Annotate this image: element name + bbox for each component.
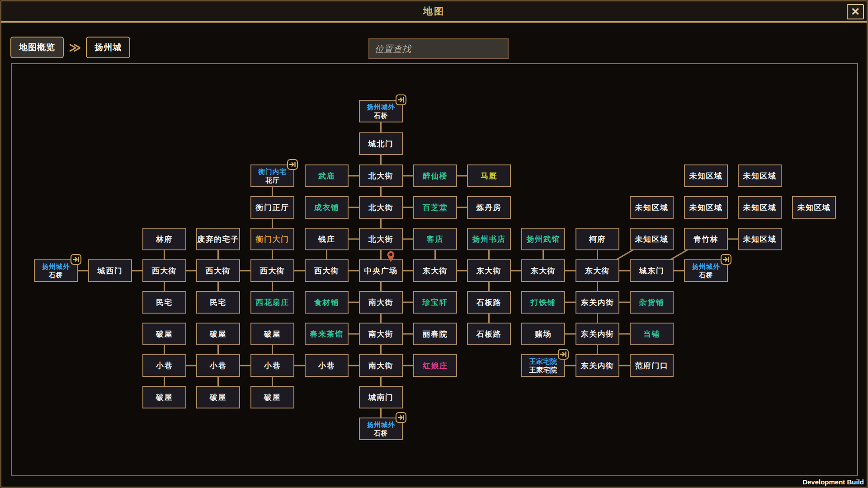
map-node-chengnanmen[interactable]: 城南门 <box>359 386 403 408</box>
map-node-nandajie1[interactable]: 南大街 <box>359 291 403 314</box>
map-node-beidajie1[interactable]: 北大街 <box>359 164 403 187</box>
map-node-bridge_e[interactable]: 扬州城外石桥 <box>684 259 728 282</box>
map-node-label: 破屋 <box>210 329 226 339</box>
map-node-chunlai[interactable]: 春来茶馆 <box>305 323 349 345</box>
map-node-shicaipu[interactable]: 食材铺 <box>305 291 349 314</box>
map-node-duchang[interactable]: 赌场 <box>521 323 565 345</box>
map-node-powu2[interactable]: 破屋 <box>196 323 240 345</box>
map-node-shibanlu1[interactable]: 石板路 <box>467 291 511 314</box>
map-node-chengyipu[interactable]: 成衣铺 <box>305 196 349 219</box>
map-node-baizhitang[interactable]: 百芝堂 <box>413 196 457 219</box>
map-node-label: 衡门正厅 <box>256 202 289 213</box>
map-node-label: 未知区域 <box>635 202 669 213</box>
map-node-unk_r4_c11[interactable]: 未知区域 <box>630 228 674 250</box>
map-node-dangpu[interactable]: 当铺 <box>630 323 674 345</box>
map-node-xidajie1[interactable]: 西大街 <box>142 259 186 282</box>
map-node-chengximen[interactable]: 城西门 <box>88 259 132 282</box>
map-node-kedian[interactable]: 客店 <box>413 228 457 250</box>
map-node-wangjia[interactable]: 王家宅院王家宅院 <box>521 354 565 377</box>
map-node-hengmen_zhengting[interactable]: 衡门正厅 <box>250 196 294 219</box>
map-node-xihuashanzhuang[interactable]: 西花扇庄 <box>250 291 294 314</box>
map-node-dongdajie1[interactable]: 东大街 <box>413 259 457 282</box>
map-node-linfu[interactable]: 林府 <box>142 228 186 250</box>
map-node-bridge_s[interactable]: 扬州城外石桥 <box>359 418 403 440</box>
map-node-majiu[interactable]: 马厩 <box>467 164 511 187</box>
map-node-chengbeimen[interactable]: 城北门 <box>359 132 403 155</box>
map-node-unk_r3_c11[interactable]: 未知区域 <box>630 196 674 219</box>
map-node-powu3[interactable]: 破屋 <box>250 323 294 345</box>
map-node-powu5[interactable]: 破屋 <box>196 386 240 408</box>
map-node-bridge_w[interactable]: 扬州城外石桥 <box>34 259 78 282</box>
map-node-label: 东大街 <box>585 266 610 276</box>
map-node-shibanlu2[interactable]: 石板路 <box>467 323 511 345</box>
map-node-label: 打铁铺 <box>531 297 556 308</box>
map-node-powu1[interactable]: 破屋 <box>142 323 186 345</box>
map-node-label: 东关内街 <box>581 329 614 339</box>
map-node-powu4[interactable]: 破屋 <box>142 386 186 408</box>
map-node-label: 石板路 <box>476 297 502 308</box>
map-node-beidajie3[interactable]: 北大街 <box>359 228 403 250</box>
map-node-unk_r3_c12[interactable]: 未知区域 <box>684 196 728 219</box>
map-node-unk_r2_c13[interactable]: 未知区域 <box>738 164 782 187</box>
map-node-label: 衡门大门 <box>256 234 289 244</box>
map-node-chengdongmen[interactable]: 城东门 <box>630 259 674 282</box>
map-node-unk_r2_c12[interactable]: 未知区域 <box>684 164 728 187</box>
map-node-minzhai1[interactable]: 民宅 <box>142 291 186 314</box>
map-node-feizhai[interactable]: 废弃的宅子 <box>196 228 240 250</box>
map-node-bridge_n[interactable]: 扬州城外石桥 <box>359 100 403 122</box>
map-node-unk_r4_c13[interactable]: 未知区域 <box>738 228 782 250</box>
map-node-label: 食材铺 <box>314 297 340 308</box>
map-node-hengmen_damen[interactable]: 衡门大门 <box>250 228 294 250</box>
map-node-minzhai2[interactable]: 民宅 <box>196 291 240 314</box>
map-node-fanfu[interactable]: 范府门口 <box>630 354 674 377</box>
map-node-datiepu[interactable]: 打铁铺 <box>521 291 565 314</box>
map-node-qingzhulin[interactable]: 青竹林 <box>684 228 728 250</box>
map-node-xiaoxiang3[interactable]: 小巷 <box>250 354 294 377</box>
map-node-label: 小巷 <box>156 361 173 371</box>
map-node-wuguan[interactable]: 扬州武馆 <box>521 228 565 250</box>
map-node-kefu[interactable]: 柯府 <box>576 228 619 250</box>
map-node-wumiao[interactable]: 武庙 <box>305 164 349 187</box>
map-node-powu6[interactable]: 破屋 <box>250 386 294 408</box>
map-node-dongdajie3[interactable]: 东大街 <box>521 259 565 282</box>
search-input[interactable] <box>368 38 509 59</box>
map-node-xidajie2[interactable]: 西大街 <box>196 259 240 282</box>
map-node-unk_r3_c14[interactable]: 未知区域 <box>792 196 836 219</box>
map-node-xiaoxiang4[interactable]: 小巷 <box>305 354 349 377</box>
exit-icon <box>395 94 407 106</box>
map-node-label: 北大街 <box>368 202 394 213</box>
close-button[interactable]: ✕ <box>847 4 864 19</box>
map-node-label: 西大街 <box>152 266 177 276</box>
map-node-xiaoxiang2[interactable]: 小巷 <box>196 354 240 377</box>
map-node-dongdajie2[interactable]: 东大街 <box>467 259 511 282</box>
map-node-label: 破屋 <box>156 329 173 339</box>
map-node-beidajie2[interactable]: 北大街 <box>359 196 403 219</box>
map-node-liandanfang[interactable]: 炼丹房 <box>467 196 511 219</box>
map-node-nandajie2[interactable]: 南大街 <box>359 323 403 345</box>
map-node-zhenbaoxuan[interactable]: 珍宝轩 <box>413 291 457 314</box>
map-node-unk_r3_c13[interactable]: 未知区域 <box>738 196 782 219</box>
map-node-label: 丽春院 <box>423 329 448 339</box>
map-node-label: 成衣铺 <box>314 202 340 213</box>
map-node-huating[interactable]: 衡门内宅花厅 <box>250 164 294 187</box>
map-node-label: 东关内街 <box>581 297 614 308</box>
map-node-dongguan3[interactable]: 东关内街 <box>576 354 619 377</box>
map-node-shudian[interactable]: 扬州书店 <box>467 228 511 250</box>
map-node-label: 西大街 <box>206 266 231 276</box>
map-node-lichunyuan[interactable]: 丽春院 <box>413 323 457 345</box>
map-node-xidajie3[interactable]: 西大街 <box>250 259 294 282</box>
map-node-dongguan2[interactable]: 东关内街 <box>576 323 619 345</box>
breadcrumb-item-map-overview[interactable]: 地图概览 <box>10 37 64 58</box>
map-node-xiaoxiang1[interactable]: 小巷 <box>142 354 186 377</box>
map-node-dongdajie4[interactable]: 东大街 <box>576 259 619 282</box>
map-node-qianzhuang[interactable]: 钱庄 <box>305 228 349 250</box>
map-node-zahuopu[interactable]: 杂货铺 <box>630 291 674 314</box>
map-node-nandajie3[interactable]: 南大街 <box>359 354 403 377</box>
map-node-label: 王家宅院 <box>529 366 557 374</box>
map-node-hongniangzhuang[interactable]: 红娘庄 <box>413 354 457 377</box>
map-node-zuixianlou[interactable]: 醉仙楼 <box>413 164 457 187</box>
map-node-guangchang[interactable]: 中央广场 <box>359 259 403 282</box>
map-node-xidajie4[interactable]: 西大街 <box>305 259 349 282</box>
map-node-dongguan1[interactable]: 东关内街 <box>576 291 619 314</box>
breadcrumb-item-yangzhou-city[interactable]: 扬州城 <box>86 37 130 58</box>
